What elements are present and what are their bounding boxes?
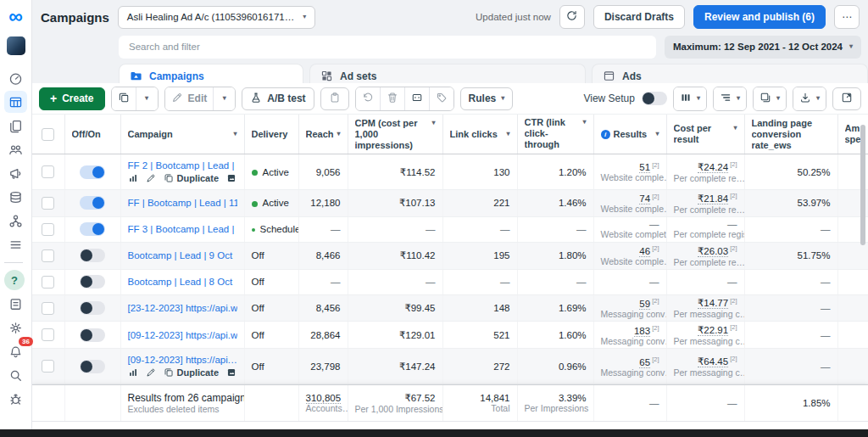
- chart-icon[interactable]: [128, 367, 138, 378]
- sidebar-item-settings[interactable]: [4, 317, 27, 339]
- campaign-toggle-on[interactable]: [80, 196, 105, 210]
- cpr-value[interactable]: ₹24.24: [698, 162, 728, 173]
- row-checkbox[interactable]: [42, 302, 54, 315]
- cpr-value[interactable]: ₹26.03: [698, 246, 728, 257]
- sidebar-item-campaigns[interactable]: [4, 91, 27, 113]
- column-sort-caret[interactable]: ▾: [431, 120, 435, 126]
- date-range-selector[interactable]: Maximum: 12 Sep 2021 - 12 Oct 2024 ▾: [665, 36, 861, 59]
- row-checkbox[interactable]: [42, 328, 54, 341]
- campaign-toggle-off[interactable]: [80, 249, 105, 262]
- column-header-clicks[interactable]: Link clicks▾: [442, 115, 517, 154]
- row-checkbox[interactable]: [42, 360, 54, 373]
- column-header-reach[interactable]: Reach▾: [298, 115, 348, 154]
- sidebar-item-notifications[interactable]: 36: [4, 340, 27, 362]
- preview-button[interactable]: [404, 87, 429, 110]
- campaign-toggle-off[interactable]: [80, 275, 105, 289]
- campaign-toggle-on[interactable]: [80, 165, 105, 179]
- user-avatar[interactable]: [7, 36, 25, 55]
- duplicate-button[interactable]: [112, 87, 136, 110]
- duplicate-action[interactable]: Duplicate: [164, 367, 220, 378]
- column-sort-caret[interactable]: ▾: [233, 131, 236, 137]
- export-button[interactable]: ▾: [793, 87, 826, 110]
- campaign-name-link[interactable]: Bootcamp | Lead | 9 Oct: [128, 250, 233, 261]
- column-header-delivery[interactable]: Delivery↑▾: [244, 115, 298, 154]
- more-options-button[interactable]: ⋯: [834, 5, 860, 29]
- sidebar-item-pages[interactable]: [4, 115, 27, 137]
- campaign-name-link[interactable]: [09-12-2023] https://api.wh…: [128, 330, 237, 340]
- column-sort-caret[interactable]: ▾: [582, 119, 586, 126]
- campaign-toggle-off[interactable]: [80, 360, 105, 373]
- sidebar-item-ads-manager[interactable]: [4, 67, 27, 89]
- sidebar-item-page-posts[interactable]: [4, 293, 27, 315]
- edit-button[interactable]: Edit: [165, 87, 214, 110]
- cpr-value[interactable]: ₹14.77: [698, 298, 728, 309]
- column-header-cpm[interactable]: CPM (cost per 1,000 impressions)▾: [348, 115, 442, 154]
- duplicate-action[interactable]: Duplicate: [164, 173, 220, 183]
- expand-button[interactable]: [832, 87, 861, 110]
- columns-button[interactable]: ▾: [674, 87, 706, 110]
- info-icon[interactable]: i: [601, 130, 610, 139]
- column-sort-caret[interactable]: ▾: [655, 131, 659, 137]
- undo-button[interactable]: [356, 87, 380, 110]
- create-button[interactable]: + Create: [39, 87, 105, 110]
- row-checkbox[interactable]: [42, 165, 54, 178]
- rules-dropdown[interactable]: Rules ▾: [460, 87, 514, 110]
- view-setup-toggle[interactable]: [642, 92, 667, 105]
- campaign-toggle-off[interactable]: [80, 328, 105, 342]
- breakdown-button[interactable]: ▾: [714, 87, 746, 110]
- delete-button[interactable]: [380, 87, 404, 110]
- row-checkbox[interactable]: [42, 276, 54, 289]
- row-checkbox[interactable]: [42, 249, 54, 262]
- column-header-select[interactable]: [32, 115, 64, 154]
- sidebar-item-advertise[interactable]: [4, 162, 27, 184]
- campaign-name-link[interactable]: FF 2 | Bootcamp | Lead | 12 …: [128, 160, 237, 171]
- image-icon[interactable]: [226, 367, 236, 378]
- ab-test-button[interactable]: A/B test: [242, 87, 314, 110]
- cpr-value[interactable]: ₹64.45: [698, 356, 728, 367]
- cpr-value[interactable]: ₹22.91: [698, 325, 728, 336]
- sidebar-item-all-tools[interactable]: [4, 233, 27, 255]
- column-sort-caret[interactable]: ▾: [337, 131, 341, 137]
- search-input[interactable]: [119, 36, 656, 59]
- vertical-scrollbar[interactable]: [860, 125, 865, 245]
- row-checkbox[interactable]: [42, 223, 54, 236]
- column-header-cpr[interactable]: Cost per result▾: [666, 115, 744, 154]
- pencil-icon[interactable]: [146, 367, 156, 378]
- edit-dropdown[interactable]: ▾: [213, 87, 235, 110]
- campaign-name-link[interactable]: [09-12-2023] https://api.…: [128, 355, 237, 365]
- refresh-button[interactable]: [559, 5, 585, 29]
- campaign-name-link[interactable]: FF 3 | Bootcamp | Lead | 13: [128, 224, 237, 234]
- column-header-results[interactable]: iResults▾: [593, 115, 666, 154]
- paste-button[interactable]: [320, 87, 349, 110]
- sidebar-item-report-bug[interactable]: [4, 388, 27, 410]
- column-header-name[interactable]: Campaign▾: [120, 115, 244, 154]
- pencil-icon[interactable]: [146, 173, 156, 183]
- campaign-name-link[interactable]: FF | Bootcamp | Lead | 11 Oct: [128, 198, 237, 208]
- campaign-name-link[interactable]: [23-12-2023] https://api.wh…: [128, 303, 237, 313]
- review-publish-button[interactable]: Review and publish (6): [693, 5, 826, 29]
- column-sort-caret[interactable]: ▾: [733, 125, 737, 132]
- horizontal-scrollbar[interactable]: [0, 429, 868, 437]
- column-header-ctr[interactable]: CTR (link click-through rate)▾: [517, 115, 593, 154]
- sidebar-item-help[interactable]: ?: [4, 270, 25, 290]
- column-header-toggle[interactable]: Off/On: [64, 115, 120, 154]
- reports-button[interactable]: ▾: [754, 87, 786, 110]
- select-all-checkbox[interactable]: [42, 128, 54, 141]
- column-sort-caret[interactable]: ▾: [506, 131, 509, 137]
- sidebar-item-search[interactable]: [4, 364, 27, 386]
- duplicate-dropdown[interactable]: ▾: [136, 87, 158, 110]
- tag-button[interactable]: [429, 87, 453, 110]
- row-checkbox[interactable]: [42, 197, 54, 210]
- account-dropdown[interactable]: Asli Healing Ad A/c (1105396016171… ▾: [118, 6, 315, 29]
- campaign-name-link[interactable]: Bootcamp | Lead | 8 Oct: [128, 277, 233, 287]
- sidebar-item-business-settings[interactable]: [4, 210, 27, 232]
- meta-logo-icon[interactable]: ∞: [8, 7, 22, 26]
- image-icon[interactable]: [226, 173, 236, 183]
- results-value[interactable]: 183: [634, 326, 650, 337]
- chart-icon[interactable]: [128, 173, 138, 183]
- campaign-toggle-on[interactable]: [80, 222, 105, 236]
- discard-drafts-button[interactable]: Discard Drafts: [593, 5, 685, 29]
- sidebar-item-audiences[interactable]: [4, 138, 27, 160]
- campaign-toggle-off[interactable]: [80, 301, 105, 315]
- cpr-value[interactable]: ₹21.84: [698, 193, 728, 204]
